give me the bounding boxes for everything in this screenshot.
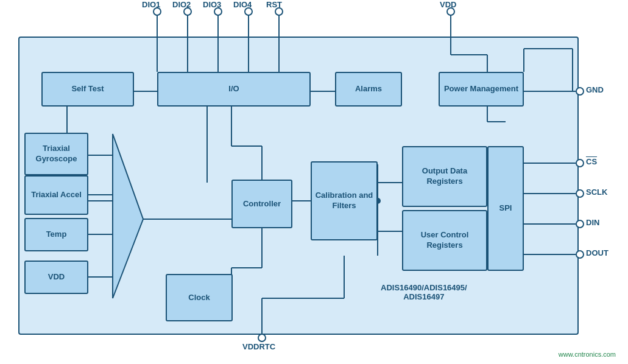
dio4-label: DIO4 [233, 0, 252, 9]
self-test-block: Self Test [41, 72, 134, 107]
dio3-label: DIO3 [203, 0, 221, 9]
rst-label: RST [266, 0, 282, 9]
gnd-label: GND [586, 85, 604, 94]
dout-pin [576, 250, 584, 259]
spi-block: SPI [487, 146, 524, 271]
din-pin [576, 220, 584, 228]
sclk-label: SCLK [586, 187, 607, 197]
controller-block: Controller [231, 180, 292, 228]
power-management-block: Power Management [439, 72, 524, 107]
temp-block: Temp [24, 218, 88, 251]
vdd-sensor-block: VDD [24, 261, 88, 294]
user-control-block: User Control Registers [402, 210, 487, 271]
clock-block: Clock [166, 274, 233, 321]
watermark-label: www.cntronics.com [559, 351, 616, 358]
vddrtc-pin [258, 334, 266, 342]
output-data-block: Output Data Registers [402, 146, 487, 207]
triaxial-accel-block: Triaxial Accel [24, 175, 88, 215]
cs-pin [576, 159, 584, 167]
dio2-label: DIO2 [172, 0, 191, 9]
vddrtc-label: VDDRTC [242, 342, 275, 351]
dio1-label: DIO1 [142, 0, 160, 9]
triaxial-gyro-block: Triaxial Gyroscope [24, 133, 88, 175]
dout-label: DOUT [586, 248, 609, 257]
calibration-block: Calibration and Filters [311, 161, 378, 240]
model-label: ADIS16490/ADIS16495/ADIS16497 [381, 283, 467, 301]
cs-label: CS [586, 157, 597, 166]
din-label: DIN [586, 218, 599, 227]
diagram-container: DIO1 DIO2 DIO3 DIO4 RST VDD VDDRTC GND C… [0, 0, 628, 364]
sclk-pin [576, 189, 584, 198]
io-block: I/O [157, 72, 311, 107]
vdd-top-label: VDD [440, 0, 456, 9]
gnd-pin [576, 87, 584, 96]
alarms-block: Alarms [335, 72, 402, 107]
